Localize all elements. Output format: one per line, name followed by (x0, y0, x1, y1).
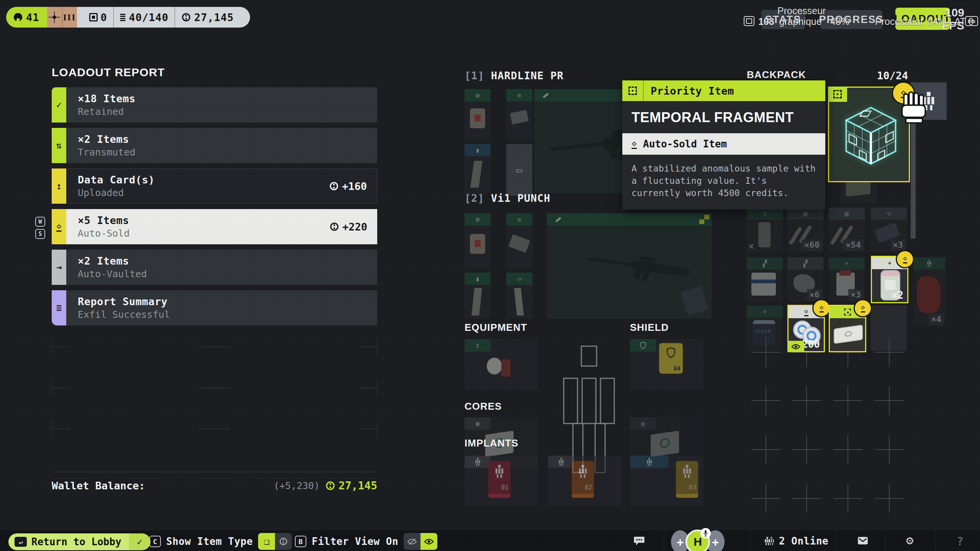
stock-icon: ▭ (506, 273, 532, 285)
helmet-icon (13, 12, 23, 22)
implant-slot-3[interactable]: 03 (630, 456, 704, 506)
sight-icon: ⊙ (506, 89, 532, 101)
character-figure (563, 345, 615, 474)
empty-report-row (52, 428, 377, 464)
autosold-badge: ◇ (854, 299, 872, 317)
backpack-item-medkit[interactable]: + ×3 (829, 257, 865, 302)
report-row-uploaded[interactable]: ↥ Data Card(s) Uploaded +160 (52, 168, 377, 204)
chat-icon[interactable] (633, 535, 646, 548)
report-row-autosold[interactable]: ◇ ×5 Items Auto-Sold +220 (52, 209, 377, 244)
qr-icon: ▞ (787, 257, 823, 270)
help-icon[interactable]: ? (957, 535, 964, 548)
report-row-transmuted[interactable]: ⇅ ×2 Items Transmuted (52, 128, 377, 163)
transmute-icon: ⇅ (52, 128, 66, 163)
autosold-icon: ◇ (52, 209, 66, 244)
report-row-retained[interactable]: ✓ ×18 Items Retained (52, 87, 377, 123)
report-row-autovaulted[interactable]: ⇥ ×2 Items Auto-Vaulted (52, 250, 377, 285)
row-title: Data Card(s) (78, 174, 155, 186)
priority-badge (828, 87, 847, 102)
shield-slot[interactable]: 04 (630, 339, 704, 390)
shield-level: 04 (674, 365, 681, 372)
sight-icon: ⊙ (506, 213, 532, 226)
implants-label: IMPLANTS (465, 437, 519, 449)
resources-segment: 0 ≣ 40/140 27,145 (77, 7, 250, 28)
equipment-slot[interactable]: ↧ (465, 339, 538, 390)
backpack-item-ammo-2[interactable]: ▥ ×54 (829, 208, 865, 252)
weapon2-name: Vi1 PUNCH (491, 192, 550, 204)
suit-icon (913, 257, 945, 270)
weapon1-muzzle-slot[interactable]: ⚙ (465, 89, 491, 139)
filter-view-control[interactable]: B Filter View On (295, 533, 437, 550)
row-status: Auto-Sold (78, 228, 129, 239)
pattern-icon (699, 215, 709, 224)
backpack-scrollbar[interactable] (911, 120, 916, 239)
backpack-item-stone[interactable]: ▞ ×6 (787, 257, 823, 302)
ammo-icon: ▥ (787, 208, 823, 220)
key-hint-c: C (149, 536, 161, 547)
weapon2-mag-slot[interactable]: ▮ (465, 273, 491, 319)
pillars-icon: III (62, 7, 77, 28)
return-key-icon: ↵ (15, 537, 27, 547)
item-count: ×3 (890, 239, 906, 251)
slots-icon: ≣ (120, 12, 126, 22)
credits-value: 27,145 (194, 11, 234, 23)
implant-slot-2[interactable]: 02 (548, 456, 622, 506)
cpu-value: 94% (928, 16, 947, 27)
mail-icon[interactable] (857, 536, 869, 547)
core-icon: ▣ (630, 417, 656, 430)
backpack-item-jar[interactable]: + ×2 ◇ (871, 256, 908, 303)
weapon1-sight-slot[interactable]: ⊙ (506, 89, 532, 139)
backpack-item-printer[interactable]: ▞ (747, 257, 783, 302)
weapon2-stock-slot[interactable]: ▭ (506, 273, 532, 319)
weapon1-name: HARDLINE PR (491, 70, 564, 82)
cpu-label: Processeur (875, 16, 923, 27)
backpack-item-disc[interactable]: ◇ (829, 305, 866, 352)
eye-badge (787, 341, 804, 352)
backpack-item-charge[interactable]: ∿ ×3 (871, 208, 907, 252)
check-icon: ✓ (52, 87, 66, 123)
weapon1-stock-slot[interactable]: ▭ (506, 144, 532, 196)
tooltip-tag: Priority Item (644, 85, 734, 97)
backpack-item-battery[interactable]: ▯ × (747, 208, 783, 252)
implant-slot-1[interactable]: 01 (465, 456, 538, 506)
shield-label: SHIELD (630, 322, 669, 334)
weapon2-body-slot[interactable] (547, 213, 712, 319)
settings-gear-icon[interactable]: ⚙ (906, 533, 913, 548)
item-count: ×2 (889, 289, 906, 301)
return-to-lobby-button[interactable]: ↵ Return to Lobby ✓ (8, 533, 151, 550)
player-avatar[interactable]: H (686, 530, 710, 551)
medkit-icon: + (747, 306, 783, 318)
cores-label: CORES (465, 401, 502, 412)
credit-coin-icon (329, 222, 339, 232)
backpack-item-suit[interactable]: ×4 (913, 257, 945, 326)
backpack-item-temporal-fragment[interactable]: ◇ (828, 87, 910, 182)
row-title: Report Summary (78, 296, 170, 307)
people-icon (764, 537, 774, 545)
crosshair-icon (47, 7, 62, 28)
implant-number: 02 (585, 484, 592, 491)
weapon-dart-icon (547, 213, 712, 226)
confirm-check-icon: ✓ (129, 533, 151, 550)
backpack-item-coins[interactable]: ◇ ×200 ◇ (787, 305, 825, 352)
implant-number: 03 (689, 484, 696, 491)
loadout-screen: 41 III 0 ≣ 40/140 27,145 STATS PROGRESS … (0, 0, 980, 551)
weapon2-header: [2] Vi1 PUNCH (465, 192, 550, 204)
backpack-item-ammo-1[interactable]: ▥ ×60 (787, 208, 823, 252)
credits-icon (181, 12, 191, 22)
show-item-type-control[interactable]: C Show Item Type ❏ (149, 533, 292, 550)
eye-off-icon (404, 533, 420, 550)
upload-icon: ↥ (52, 168, 66, 204)
item-count: ×60 (802, 239, 822, 251)
row-title: ×2 Items (78, 133, 136, 145)
tab-progress[interactable]: PROGRESS (820, 10, 882, 29)
report-row-summary[interactable]: ≣ Report Summary Exfil Successful (52, 290, 377, 325)
weapon2-muzzle-slot[interactable]: ⚙ (465, 213, 491, 269)
filter-view-toggle[interactable] (404, 533, 437, 550)
online-count: 2 Online (779, 535, 828, 547)
tooltip-subtag: Auto-Sold Item (643, 138, 727, 150)
weapon1-mag-slot[interactable]: ▮ (465, 144, 491, 194)
item-type-toggle[interactable]: ❏ (258, 533, 292, 550)
row-title: ×18 Items (78, 93, 136, 105)
weapon2-sight-slot[interactable]: ⊙ (506, 213, 532, 269)
row-status: Uploaded (78, 187, 155, 198)
